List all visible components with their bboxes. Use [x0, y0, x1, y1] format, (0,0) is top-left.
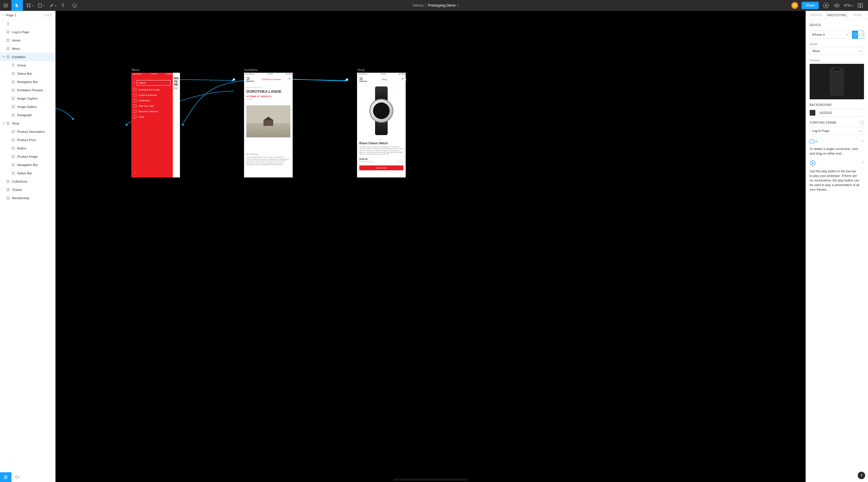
info-icon[interactable]: i — [860, 121, 864, 124]
tab-prototype[interactable]: PROTOTYPE — [827, 11, 847, 20]
page-selector[interactable]: ▸ Page 1 1 of 2 — [0, 11, 55, 20]
layer-row-image-caption[interactable]: Image Caption — [0, 94, 55, 102]
layer-row-group[interactable]: Group — [0, 61, 55, 69]
comment-tool-button[interactable] — [69, 0, 80, 11]
artboard-menu[interactable]: ●●●● Figma ⬙ 9:42 AM ✱ 42% ▮ ⌕ Search Ex… — [131, 73, 180, 177]
help-button[interactable]: ? — [858, 472, 865, 479]
svg-rect-5 — [810, 140, 814, 143]
move-tool-button[interactable]: ▾ — [11, 0, 23, 11]
portrait-button[interactable] — [852, 31, 858, 38]
layer-row-home[interactable]: Home — [0, 36, 55, 44]
artboard-shop[interactable]: ●●●● Figma ⬙ 9:42 AM ✱ 42% ▮ THE ART MUS… — [357, 73, 406, 177]
chevron-down-icon: ▾ — [852, 4, 853, 7]
menu-item[interactable]: Shop — [134, 115, 170, 118]
assets-tab-button[interactable] — [11, 472, 23, 482]
breadcrumb-file[interactable]: Prototyping Demo — [428, 3, 456, 7]
layer-caret-icon[interactable]: ▾ — [2, 122, 6, 124]
layer-label: Group — [17, 64, 26, 67]
layer-row-exhibition[interactable]: ▾Exhibition — [0, 53, 55, 61]
layer-row-membership[interactable]: Membership — [0, 194, 55, 202]
frame-tool-button[interactable]: ▾ — [23, 0, 34, 11]
add-to-cart-button[interactable]: Add to Cart — [359, 165, 403, 170]
layer-label: Shop — [12, 122, 20, 125]
prototype-settings: DEVICE iPhone X ▾ Model S — [806, 20, 868, 482]
layer-row-collections[interactable]: Collections — [0, 177, 55, 185]
background-heading: BACKGROUND — [810, 103, 864, 107]
properties-panel: DESIGN PROTOTYPE CODE DEVICE iPhone X ▾ — [806, 11, 868, 482]
layer-row-shop[interactable]: ▾Shop — [0, 119, 55, 127]
layer-row-navigation-bar[interactable]: Navigation Bar — [0, 78, 55, 86]
layer-row-navigation-bar[interactable]: Navigation Bar — [0, 160, 55, 169]
close-hint-button[interactable]: × — [862, 139, 864, 143]
view-settings-button[interactable] — [833, 2, 840, 9]
frame-icon — [11, 80, 16, 84]
grid-icon — [134, 99, 136, 102]
chevron-down-icon: ▾ — [860, 50, 861, 52]
chevron-down-icon[interactable]: ⌄ — [288, 149, 290, 151]
tab-code[interactable]: CODE — [847, 11, 868, 20]
layer-row-product-image[interactable]: Product Image — [0, 152, 55, 160]
breadcrumb-folder[interactable]: Demos — [413, 3, 424, 7]
menu-search-field[interactable]: Search — [137, 80, 170, 86]
minus-icon[interactable]: ⊟ — [397, 160, 399, 162]
chevron-down-icon[interactable]: ▾ — [457, 4, 459, 7]
menu-item[interactable]: Plan Your Visit — [134, 104, 170, 107]
layer-label: Navigation Bar — [17, 80, 38, 84]
close-hint-button[interactable]: × — [862, 160, 864, 164]
layers-list[interactable]: Log-In PageHomeMenu▾ExhibitionGroupStatu… — [0, 20, 55, 472]
hamburger-icon[interactable]: ≡ — [402, 77, 403, 80]
background-swatch[interactable] — [810, 110, 815, 116]
share-button[interactable]: Share — [802, 2, 819, 9]
play-prototype-button[interactable] — [822, 2, 830, 9]
frame-icon — [11, 104, 16, 109]
layer-caret-icon[interactable]: ▾ — [2, 56, 6, 58]
artboard-exhibition[interactable]: ●●●● Figma ⬙ 9:42 AM ✱ 42% ▮ THE ART MUS… — [244, 73, 293, 177]
landscape-button[interactable] — [858, 31, 864, 38]
layer-row-product-price[interactable]: Product Price — [0, 136, 55, 144]
menu-item[interactable]: Collections — [134, 99, 170, 102]
dropdown-caret-icon: ▾ — [21, 4, 22, 7]
menu-item[interactable]: Become a Member — [134, 110, 170, 113]
layer-row-button[interactable]: Button — [0, 144, 55, 152]
device-select[interactable]: iPhone X ▾ — [810, 31, 850, 39]
library-button[interactable] — [857, 2, 864, 9]
user-avatar[interactable]: R — [791, 2, 798, 9]
main-menu-button[interactable] — [0, 0, 11, 11]
menu-item[interactable]: Exhibitions & Events — [134, 88, 170, 91]
pen-tool-button[interactable]: ▾ — [46, 0, 57, 11]
device-mock-icon — [830, 67, 844, 96]
layer-row-log-in-page[interactable]: Log-In Page — [0, 28, 55, 36]
layer-row-product-description[interactable]: Product Description — [0, 127, 55, 136]
layer-row-status-bar[interactable]: Status Bar — [0, 69, 55, 78]
model-select[interactable]: Silver ▾ — [810, 47, 864, 55]
play-hint-icon — [810, 160, 816, 166]
status-bar: ●●●● Figma ⬙ 9:42 AM ✱ 42% ▮ — [244, 73, 293, 76]
frame-label-exhibition[interactable]: Exhibition — [244, 68, 258, 71]
layer-row-paragraph[interactable]: Paragraph — [0, 111, 55, 119]
hamburger-icon[interactable]: ≡ — [289, 77, 290, 80]
frame-label-menu[interactable]: Menu — [132, 68, 140, 71]
breadcrumb[interactable]: Demos / Prototyping Demo ▾ — [80, 3, 791, 7]
layer-row-exhibition-preview[interactable]: Exhibition Preview — [0, 86, 55, 94]
layer-row-status-bar[interactable]: Status Bar — [0, 169, 55, 177]
shape-tool-button[interactable]: ▾ — [34, 0, 46, 11]
carousel-dots[interactable]: ● ● ● — [359, 138, 403, 140]
frame-label-shop[interactable]: Shop — [357, 68, 365, 71]
frame-icon — [11, 162, 16, 167]
layer-row-tickets[interactable]: Tickets — [0, 185, 55, 194]
tab-design[interactable]: DESIGN — [806, 11, 827, 20]
background-color-input[interactable]: #323232 — [817, 109, 864, 117]
layer-row-image-gallery[interactable]: Image Gallery — [0, 102, 55, 111]
zoom-control[interactable]: 47% ▾ — [844, 3, 853, 7]
layers-tab-button[interactable] — [0, 472, 11, 482]
menu-drawer: ●●●● Figma ⬙ 9:42 AM ✱ 42% ▮ ⌕ Search Ex… — [131, 73, 173, 177]
plus-icon[interactable]: ⊞ — [402, 160, 403, 162]
layer-row-component[interactable] — [0, 20, 55, 28]
text-tool-button[interactable]: T — [57, 0, 69, 11]
canvas[interactable]: Menu Exhibition Shop ●●●● Figma — [56, 11, 806, 482]
starting-frame-select[interactable]: Log-In Page ▾ — [810, 127, 864, 135]
menu-item[interactable]: Artists & Artworks — [134, 94, 170, 96]
canvas-horizontal-scrollbar[interactable] — [393, 479, 468, 480]
exhibition-name: DOROTHEA LANGE — [246, 90, 290, 94]
layer-row-menu[interactable]: Menu — [0, 44, 55, 53]
